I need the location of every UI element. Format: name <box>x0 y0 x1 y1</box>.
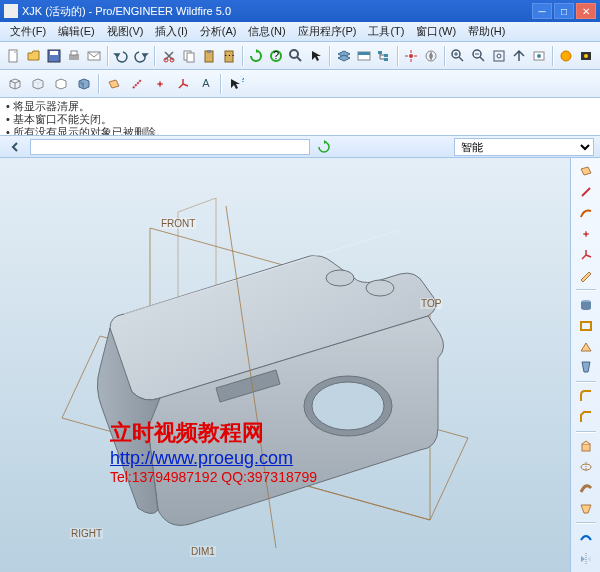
redo-icon[interactable] <box>132 45 151 67</box>
menu-app[interactable]: 应用程序(P) <box>292 22 363 41</box>
spin-center-icon[interactable] <box>402 45 421 67</box>
appearance-icon[interactable] <box>557 45 576 67</box>
datum-axis-toggle-icon[interactable] <box>126 73 148 95</box>
round-icon[interactable] <box>574 387 598 406</box>
revolve-icon[interactable] <box>574 458 598 477</box>
menu-view[interactable]: 视图(V) <box>101 22 150 41</box>
app-icon <box>4 4 18 18</box>
menu-window[interactable]: 窗口(W) <box>410 22 462 41</box>
annotation-toggle-icon[interactable]: A <box>195 73 217 95</box>
shell-icon[interactable] <box>574 316 598 335</box>
reorient-icon[interactable] <box>509 45 528 67</box>
menu-help[interactable]: 帮助(H) <box>462 22 511 41</box>
svg-rect-20 <box>384 54 388 57</box>
datum-plane-toggle-icon[interactable] <box>103 73 125 95</box>
menu-edit[interactable]: 编辑(E) <box>52 22 101 41</box>
svg-point-22 <box>409 54 413 58</box>
datum-point-icon[interactable] <box>574 225 598 244</box>
minimize-button[interactable]: ─ <box>532 3 552 19</box>
graphics-canvas[interactable]: FRONT TOP RIGHT DIM1 立时视频教程网 http://www.… <box>0 158 570 572</box>
filter-bar: 智能 <box>0 136 600 158</box>
svg-rect-19 <box>378 51 382 54</box>
paste-special-icon[interactable]: ⋯ <box>219 45 238 67</box>
datum-front-label: FRONT <box>160 218 196 229</box>
datum-dim1-label: DIM1 <box>190 546 216 557</box>
no-hidden-icon[interactable] <box>50 73 72 95</box>
regenerate-icon[interactable] <box>247 45 266 67</box>
chamfer-icon[interactable] <box>574 408 598 427</box>
svg-text:A: A <box>202 77 210 89</box>
svg-rect-9 <box>187 53 194 62</box>
csys-toggle-icon[interactable] <box>172 73 194 95</box>
mirror-icon[interactable] <box>574 549 598 568</box>
datum-plane-icon[interactable] <box>574 162 598 181</box>
sketch-curve-icon[interactable] <box>574 204 598 223</box>
workspace: FRONT TOP RIGHT DIM1 立时视频教程网 http://www.… <box>0 158 600 572</box>
zoom-out-icon[interactable] <box>469 45 488 67</box>
hole-icon[interactable] <box>574 295 598 314</box>
menu-info[interactable]: 信息(N) <box>242 22 291 41</box>
close-button[interactable]: ✕ <box>576 3 596 19</box>
svg-rect-4 <box>71 51 77 55</box>
view-manager-icon[interactable] <box>354 45 373 67</box>
svg-point-33 <box>159 82 162 85</box>
cut-icon[interactable] <box>159 45 178 67</box>
copy-icon[interactable] <box>179 45 198 67</box>
render-icon[interactable] <box>577 45 596 67</box>
blend-icon[interactable] <box>574 499 598 518</box>
svg-point-16 <box>290 50 298 58</box>
style-icon[interactable] <box>574 528 598 547</box>
undo-icon[interactable] <box>112 45 131 67</box>
paste-icon[interactable] <box>199 45 218 67</box>
saved-views-icon[interactable] <box>529 45 548 67</box>
svg-point-29 <box>537 54 541 58</box>
svg-rect-42 <box>581 322 591 330</box>
help-icon[interactable]: ? <box>225 73 247 95</box>
find-icon[interactable] <box>287 45 306 67</box>
svg-point-39 <box>366 280 394 296</box>
shading-icon[interactable] <box>73 73 95 95</box>
filter-input[interactable] <box>30 139 310 155</box>
new-file-icon[interactable] <box>4 45 23 67</box>
sketch-icon[interactable] <box>574 266 598 285</box>
csys-icon[interactable] <box>574 246 598 265</box>
selection-filter-select[interactable]: 智能 <box>454 138 594 156</box>
extrude-icon[interactable] <box>574 437 598 456</box>
datum-point-toggle-icon[interactable] <box>149 73 171 95</box>
model-tree-icon[interactable] <box>374 45 393 67</box>
filter-back-icon[interactable] <box>6 138 24 156</box>
print-icon[interactable] <box>64 45 83 67</box>
layers-icon[interactable] <box>334 45 353 67</box>
save-icon[interactable] <box>44 45 63 67</box>
email-icon[interactable] <box>85 45 104 67</box>
orient-icon[interactable] <box>422 45 441 67</box>
menu-analysis[interactable]: 分析(A) <box>194 22 243 41</box>
sweep-icon[interactable] <box>574 478 598 497</box>
filter-refresh-icon[interactable] <box>316 139 332 155</box>
svg-text:⋯: ⋯ <box>223 50 234 62</box>
refit-icon[interactable] <box>489 45 508 67</box>
rib-icon[interactable] <box>574 337 598 356</box>
message-line: 将显示器清屏。 <box>6 100 594 113</box>
regen-manager-icon[interactable]: ? <box>267 45 286 67</box>
zoom-in-icon[interactable] <box>449 45 468 67</box>
menu-insert[interactable]: 插入(I) <box>149 22 193 41</box>
svg-point-37 <box>312 382 384 430</box>
menu-file[interactable]: 文件(F) <box>4 22 52 41</box>
toolbar-2: A ? <box>0 70 600 98</box>
svg-rect-2 <box>50 51 58 55</box>
model-view <box>40 198 510 558</box>
wireframe-icon[interactable] <box>4 73 26 95</box>
svg-point-30 <box>561 51 571 61</box>
svg-rect-26 <box>494 51 504 61</box>
draft-icon[interactable] <box>574 358 598 377</box>
svg-rect-0 <box>9 50 17 62</box>
menu-tools[interactable]: 工具(T) <box>362 22 410 41</box>
open-file-icon[interactable] <box>24 45 43 67</box>
hidden-line-icon[interactable] <box>27 73 49 95</box>
svg-rect-11 <box>207 50 211 53</box>
maximize-button[interactable]: □ <box>554 3 574 19</box>
select-icon[interactable] <box>307 45 326 67</box>
datum-axis-icon[interactable] <box>574 183 598 202</box>
message-line: 基本窗口不能关闭。 <box>6 113 594 126</box>
